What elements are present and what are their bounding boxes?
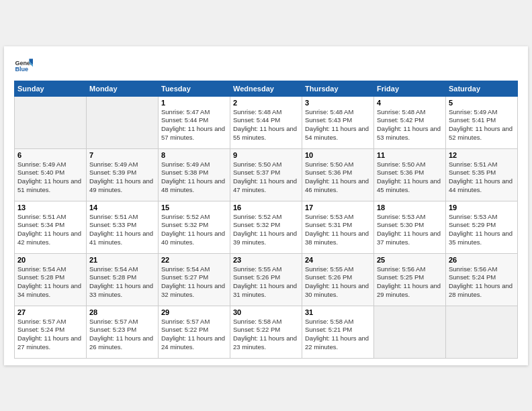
weekday-header-saturday: Saturday bbox=[446, 81, 518, 96]
day-cell: 22Sunrise: 5:54 AM Sunset: 5:27 PM Dayli… bbox=[159, 253, 230, 306]
day-info: Sunrise: 5:58 AM Sunset: 5:21 PM Dayligh… bbox=[305, 318, 371, 352]
day-number: 5 bbox=[449, 99, 515, 107]
day-info: Sunrise: 5:57 AM Sunset: 5:23 PM Dayligh… bbox=[89, 318, 155, 352]
day-number: 7 bbox=[89, 151, 155, 159]
day-cell: 26Sunrise: 5:56 AM Sunset: 5:24 PM Dayli… bbox=[446, 253, 518, 306]
day-info: Sunrise: 5:49 AM Sunset: 5:41 PM Dayligh… bbox=[449, 108, 515, 142]
day-cell: 7Sunrise: 5:49 AM Sunset: 5:39 PM Daylig… bbox=[87, 148, 159, 201]
day-info: Sunrise: 5:55 AM Sunset: 5:26 PM Dayligh… bbox=[233, 265, 299, 300]
day-cell: 10Sunrise: 5:50 AM Sunset: 5:36 PM Dayli… bbox=[302, 148, 374, 201]
day-info: Sunrise: 5:53 AM Sunset: 5:29 PM Dayligh… bbox=[449, 213, 515, 247]
week-row-4: 20Sunrise: 5:54 AM Sunset: 5:28 PM Dayli… bbox=[15, 253, 518, 306]
weekday-header-tuesday: Tuesday bbox=[159, 81, 230, 96]
weekday-header-friday: Friday bbox=[374, 81, 446, 96]
day-cell: 18Sunrise: 5:53 AM Sunset: 5:30 PM Dayli… bbox=[374, 201, 446, 253]
day-cell: 27Sunrise: 5:57 AM Sunset: 5:24 PM Dayli… bbox=[15, 306, 87, 358]
day-number: 10 bbox=[305, 151, 371, 159]
day-number: 21 bbox=[89, 256, 155, 264]
day-cell bbox=[15, 96, 87, 148]
day-cell: 14Sunrise: 5:51 AM Sunset: 5:33 PM Dayli… bbox=[87, 201, 159, 253]
day-number: 12 bbox=[449, 151, 515, 159]
day-number: 2 bbox=[233, 99, 299, 107]
day-cell: 19Sunrise: 5:53 AM Sunset: 5:29 PM Dayli… bbox=[446, 201, 518, 253]
day-info: Sunrise: 5:51 AM Sunset: 5:34 PM Dayligh… bbox=[17, 213, 83, 247]
day-cell: 13Sunrise: 5:51 AM Sunset: 5:34 PM Dayli… bbox=[15, 201, 87, 253]
svg-text:Blue: Blue bbox=[15, 66, 28, 73]
day-number: 9 bbox=[233, 151, 299, 159]
day-number: 6 bbox=[17, 151, 83, 159]
weekday-header-sunday: Sunday bbox=[15, 81, 87, 96]
day-info: Sunrise: 5:50 AM Sunset: 5:36 PM Dayligh… bbox=[377, 161, 443, 195]
day-info: Sunrise: 5:49 AM Sunset: 5:40 PM Dayligh… bbox=[17, 161, 83, 195]
day-cell: 28Sunrise: 5:57 AM Sunset: 5:23 PM Dayli… bbox=[87, 306, 159, 358]
day-cell: 20Sunrise: 5:54 AM Sunset: 5:28 PM Dayli… bbox=[15, 253, 87, 306]
day-number: 18 bbox=[377, 203, 443, 212]
day-number: 3 bbox=[305, 99, 371, 107]
day-info: Sunrise: 5:51 AM Sunset: 5:33 PM Dayligh… bbox=[89, 213, 155, 247]
day-cell: 8Sunrise: 5:49 AM Sunset: 5:38 PM Daylig… bbox=[159, 148, 230, 201]
day-number: 11 bbox=[377, 151, 443, 159]
header: General Blue bbox=[14, 56, 518, 75]
day-number: 30 bbox=[233, 308, 299, 316]
day-cell: 23Sunrise: 5:55 AM Sunset: 5:26 PM Dayli… bbox=[230, 253, 302, 306]
general-blue-logo-icon: General Blue bbox=[14, 56, 33, 75]
day-info: Sunrise: 5:56 AM Sunset: 5:25 PM Dayligh… bbox=[377, 265, 443, 300]
day-number: 24 bbox=[305, 256, 371, 264]
day-number: 20 bbox=[17, 256, 83, 264]
day-number: 17 bbox=[305, 203, 371, 212]
week-row-1: 1Sunrise: 5:47 AM Sunset: 5:44 PM Daylig… bbox=[15, 96, 518, 148]
day-cell: 29Sunrise: 5:57 AM Sunset: 5:22 PM Dayli… bbox=[159, 306, 230, 358]
weekday-header-monday: Monday bbox=[87, 81, 159, 96]
day-number: 31 bbox=[305, 308, 371, 316]
day-number: 8 bbox=[161, 151, 227, 159]
day-info: Sunrise: 5:55 AM Sunset: 5:26 PM Dayligh… bbox=[305, 265, 371, 300]
day-info: Sunrise: 5:54 AM Sunset: 5:28 PM Dayligh… bbox=[17, 265, 83, 300]
day-info: Sunrise: 5:51 AM Sunset: 5:35 PM Dayligh… bbox=[449, 161, 515, 195]
day-number: 1 bbox=[161, 99, 227, 107]
day-info: Sunrise: 5:49 AM Sunset: 5:39 PM Dayligh… bbox=[89, 161, 155, 195]
day-cell: 1Sunrise: 5:47 AM Sunset: 5:44 PM Daylig… bbox=[159, 96, 230, 148]
day-info: Sunrise: 5:57 AM Sunset: 5:22 PM Dayligh… bbox=[161, 318, 227, 352]
day-cell: 4Sunrise: 5:48 AM Sunset: 5:42 PM Daylig… bbox=[374, 96, 446, 148]
day-info: Sunrise: 5:48 AM Sunset: 5:44 PM Dayligh… bbox=[233, 108, 299, 142]
day-info: Sunrise: 5:54 AM Sunset: 5:28 PM Dayligh… bbox=[89, 265, 155, 300]
day-info: Sunrise: 5:52 AM Sunset: 5:32 PM Dayligh… bbox=[161, 213, 227, 247]
day-info: Sunrise: 5:50 AM Sunset: 5:37 PM Dayligh… bbox=[233, 161, 299, 195]
day-cell: 25Sunrise: 5:56 AM Sunset: 5:25 PM Dayli… bbox=[374, 253, 446, 306]
day-number: 25 bbox=[377, 256, 443, 264]
weekday-header-thursday: Thursday bbox=[302, 81, 374, 96]
day-cell: 30Sunrise: 5:58 AM Sunset: 5:22 PM Dayli… bbox=[230, 306, 302, 358]
day-cell bbox=[374, 306, 446, 358]
day-cell: 5Sunrise: 5:49 AM Sunset: 5:41 PM Daylig… bbox=[446, 96, 518, 148]
day-cell: 11Sunrise: 5:50 AM Sunset: 5:36 PM Dayli… bbox=[374, 148, 446, 201]
day-cell: 12Sunrise: 5:51 AM Sunset: 5:35 PM Dayli… bbox=[446, 148, 518, 201]
day-cell: 6Sunrise: 5:49 AM Sunset: 5:40 PM Daylig… bbox=[15, 148, 87, 201]
day-number: 28 bbox=[89, 308, 155, 316]
week-row-3: 13Sunrise: 5:51 AM Sunset: 5:34 PM Dayli… bbox=[15, 201, 518, 253]
day-cell: 3Sunrise: 5:48 AM Sunset: 5:43 PM Daylig… bbox=[302, 96, 374, 148]
day-cell bbox=[446, 306, 518, 358]
day-cell: 9Sunrise: 5:50 AM Sunset: 5:37 PM Daylig… bbox=[230, 148, 302, 201]
week-row-5: 27Sunrise: 5:57 AM Sunset: 5:24 PM Dayli… bbox=[15, 306, 518, 358]
day-info: Sunrise: 5:52 AM Sunset: 5:32 PM Dayligh… bbox=[233, 213, 299, 247]
weekday-header-row: SundayMondayTuesdayWednesdayThursdayFrid… bbox=[15, 81, 518, 96]
day-info: Sunrise: 5:56 AM Sunset: 5:24 PM Dayligh… bbox=[449, 265, 515, 300]
calendar-container: General Blue SundayMondayTuesdayWednesda… bbox=[4, 46, 528, 365]
logo: General Blue bbox=[14, 56, 33, 75]
day-cell: 24Sunrise: 5:55 AM Sunset: 5:26 PM Dayli… bbox=[302, 253, 374, 306]
day-number: 19 bbox=[449, 203, 515, 212]
day-info: Sunrise: 5:53 AM Sunset: 5:31 PM Dayligh… bbox=[305, 213, 371, 247]
day-info: Sunrise: 5:58 AM Sunset: 5:22 PM Dayligh… bbox=[233, 318, 299, 352]
day-number: 14 bbox=[89, 203, 155, 212]
day-number: 13 bbox=[17, 203, 83, 212]
day-number: 4 bbox=[377, 99, 443, 107]
day-info: Sunrise: 5:50 AM Sunset: 5:36 PM Dayligh… bbox=[305, 161, 371, 195]
day-cell: 2Sunrise: 5:48 AM Sunset: 5:44 PM Daylig… bbox=[230, 96, 302, 148]
day-number: 27 bbox=[17, 308, 83, 316]
day-cell: 21Sunrise: 5:54 AM Sunset: 5:28 PM Dayli… bbox=[87, 253, 159, 306]
day-cell: 17Sunrise: 5:53 AM Sunset: 5:31 PM Dayli… bbox=[302, 201, 374, 253]
day-number: 29 bbox=[161, 308, 227, 316]
day-info: Sunrise: 5:57 AM Sunset: 5:24 PM Dayligh… bbox=[17, 318, 83, 352]
day-number: 22 bbox=[161, 256, 227, 264]
weekday-header-wednesday: Wednesday bbox=[230, 81, 302, 96]
